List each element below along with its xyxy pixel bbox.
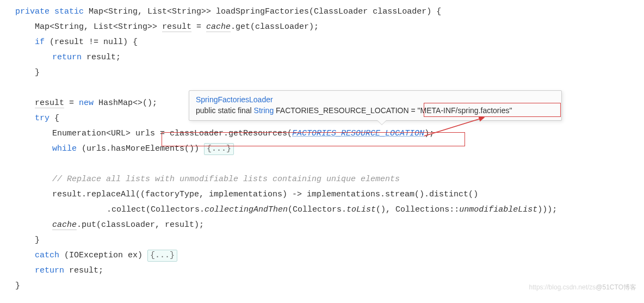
keyword-catch: catch xyxy=(35,251,59,260)
tooltip-fieldname: FACTORIES_RESOURCE_LOCATION = xyxy=(274,106,417,115)
code-text: result; xyxy=(82,53,121,62)
code-text: ); xyxy=(424,129,434,138)
watermark: https://blog.csdn.net/zs@51CTO博客 xyxy=(529,280,636,295)
keyword-private: private xyxy=(15,7,49,16)
code-line: Map<String, List<String>> result = cache… xyxy=(15,20,629,35)
code-line: return result; xyxy=(15,50,629,65)
tooltip-classname: SpringFactoriesLoader xyxy=(196,95,273,104)
code-text: .put(classLoader, result); xyxy=(77,220,204,230)
keyword-static: static xyxy=(54,7,84,16)
code-text: } xyxy=(35,236,40,245)
variable-result: result xyxy=(162,22,191,32)
code-line: result.replaceAll((factoryType, implemen… xyxy=(15,187,629,202)
field-cache: cache xyxy=(52,220,77,230)
code-text: ))); xyxy=(537,205,557,214)
code-text: Enumeration<URL> urls = classLoader.getR… xyxy=(52,129,292,138)
fold-marker[interactable]: {...} xyxy=(204,143,234,155)
keyword-while: while xyxy=(52,144,77,153)
watermark-handle: @51CTO博客 xyxy=(596,283,636,291)
code-text: (), Collections:: xyxy=(376,205,459,214)
code-line xyxy=(15,157,629,172)
code-text: } xyxy=(35,68,40,77)
watermark-url: https://blog.csdn.net/zs xyxy=(529,283,596,291)
code-text: HashMap<>(); xyxy=(94,98,157,108)
keyword-try: try xyxy=(35,114,49,123)
code-text: } xyxy=(15,281,20,290)
field-cache: cache xyxy=(206,22,231,32)
keyword-return: return xyxy=(52,53,82,62)
fold-marker[interactable]: {...} xyxy=(147,250,177,262)
code-text: .get(classLoader); xyxy=(231,22,319,32)
tooltip-modifiers: public static final xyxy=(196,106,254,115)
code-text: = xyxy=(64,98,79,108)
code-text: result.replaceAll((factoryType, implemen… xyxy=(52,190,478,199)
method-unmodifiableList: unmodifiableList xyxy=(459,205,537,214)
method-collectingAndThen: collectingAndThen xyxy=(205,205,288,214)
code-line: private static Map<String, List<String>>… xyxy=(15,4,629,20)
code-line: while (urls.hasMoreElements()) {...} xyxy=(15,141,629,157)
code-text: Map<String, List<String>> loadSpringFact… xyxy=(84,7,441,16)
code-line: } xyxy=(15,233,629,248)
code-comment: // Replace all lists with unmodifiable l… xyxy=(15,172,629,187)
keyword-new: new xyxy=(79,98,94,108)
code-text: (IOException ex) xyxy=(59,251,147,260)
code-text: (Collectors. xyxy=(288,205,346,214)
quick-doc-tooltip: SpringFactoriesLoader public static fina… xyxy=(189,90,562,121)
code-line: } xyxy=(15,65,629,81)
code-line: .collect(Collectors.collectingAndThen(Co… xyxy=(15,202,629,218)
keyword-if: if xyxy=(35,38,45,47)
tooltip-value: "META-INF/spring.factories" xyxy=(418,106,512,115)
keyword-return: return xyxy=(35,266,64,275)
code-text: { xyxy=(49,114,59,123)
variable-result: result xyxy=(35,98,64,108)
code-text: Map<String, List<String>> xyxy=(35,22,162,32)
tooltip-type: String xyxy=(254,106,274,115)
code-text: = xyxy=(191,22,206,32)
code-line: catch (IOException ex) {...} xyxy=(15,248,629,263)
constant-factories-resource-location[interactable]: FACTORIES_RESOURCE_LOCATION xyxy=(292,129,424,138)
code-text: .collect(Collectors. xyxy=(107,205,205,214)
method-toList: toList xyxy=(346,205,376,214)
code-text: (result != null) { xyxy=(45,38,138,47)
code-line: return result; xyxy=(15,263,629,279)
code-text: result; xyxy=(64,266,103,275)
code-line: if (result != null) { xyxy=(15,35,629,50)
code-line: Enumeration<URL> urls = classLoader.getR… xyxy=(15,126,629,141)
code-line: cache.put(classLoader, result); xyxy=(15,218,629,233)
code-text: (urls.hasMoreElements()) xyxy=(77,144,204,153)
tooltip-arrow-icon xyxy=(377,120,387,125)
